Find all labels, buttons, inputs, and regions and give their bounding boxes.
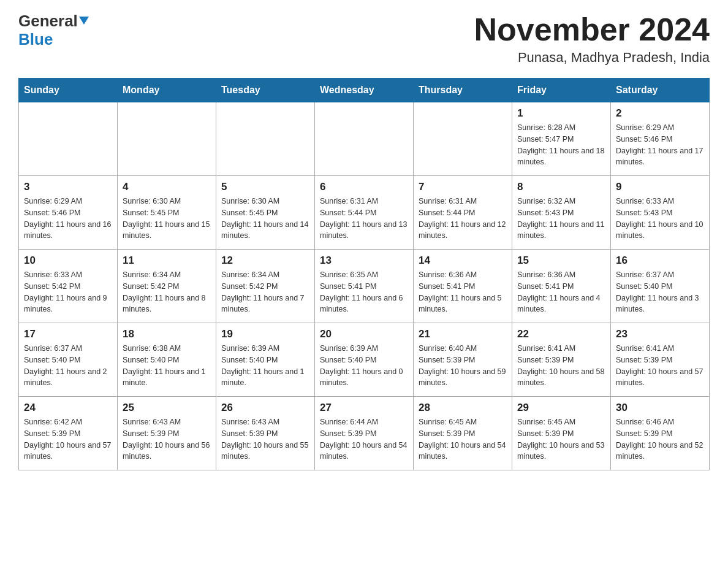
day-info: Sunrise: 6:43 AMSunset: 5:39 PMDaylight:… bbox=[221, 416, 309, 462]
day-info: Sunrise: 6:35 AMSunset: 5:41 PMDaylight:… bbox=[320, 269, 408, 315]
day-number: 4 bbox=[123, 181, 211, 193]
day-number: 19 bbox=[221, 328, 309, 340]
page-header: General Blue November 2024 Punasa, Madhy… bbox=[18, 12, 710, 66]
day-number: 9 bbox=[616, 181, 704, 193]
day-info: Sunrise: 6:42 AMSunset: 5:39 PMDaylight:… bbox=[24, 416, 112, 462]
day-number: 8 bbox=[517, 181, 605, 193]
day-number: 11 bbox=[123, 255, 211, 267]
calendar-cell bbox=[315, 102, 414, 176]
calendar-cell: 20Sunrise: 6:39 AMSunset: 5:40 PMDayligh… bbox=[315, 323, 414, 397]
day-info: Sunrise: 6:33 AMSunset: 5:43 PMDaylight:… bbox=[616, 196, 704, 242]
calendar-cell: 1Sunrise: 6:28 AMSunset: 5:47 PMDaylight… bbox=[512, 102, 611, 176]
day-info: Sunrise: 6:29 AMSunset: 5:46 PMDaylight:… bbox=[616, 122, 704, 168]
calendar-cell: 24Sunrise: 6:42 AMSunset: 5:39 PMDayligh… bbox=[19, 397, 118, 470]
day-info: Sunrise: 6:30 AMSunset: 5:45 PMDaylight:… bbox=[123, 196, 211, 242]
day-number: 12 bbox=[221, 255, 309, 267]
day-number: 1 bbox=[517, 107, 605, 120]
day-info: Sunrise: 6:30 AMSunset: 5:45 PMDaylight:… bbox=[221, 196, 309, 242]
week-row-4: 17Sunrise: 6:37 AMSunset: 5:40 PMDayligh… bbox=[19, 323, 710, 397]
calendar-cell: 23Sunrise: 6:41 AMSunset: 5:39 PMDayligh… bbox=[611, 323, 710, 397]
calendar-cell: 21Sunrise: 6:40 AMSunset: 5:39 PMDayligh… bbox=[414, 323, 512, 397]
weekday-header-tuesday: Tuesday bbox=[216, 79, 315, 102]
day-info: Sunrise: 6:31 AMSunset: 5:44 PMDaylight:… bbox=[320, 196, 408, 242]
calendar-cell: 9Sunrise: 6:33 AMSunset: 5:43 PMDaylight… bbox=[611, 176, 710, 250]
calendar-cell: 13Sunrise: 6:35 AMSunset: 5:41 PMDayligh… bbox=[315, 250, 414, 323]
logo: General Blue bbox=[18, 12, 89, 49]
day-number: 7 bbox=[419, 181, 507, 193]
day-number: 22 bbox=[517, 328, 605, 340]
day-number: 16 bbox=[616, 255, 704, 267]
calendar-cell: 26Sunrise: 6:43 AMSunset: 5:39 PMDayligh… bbox=[216, 397, 315, 470]
calendar-cell bbox=[19, 102, 118, 176]
calendar-cell: 30Sunrise: 6:46 AMSunset: 5:39 PMDayligh… bbox=[611, 397, 710, 470]
day-number: 5 bbox=[221, 181, 309, 193]
logo-blue-text: Blue bbox=[18, 31, 53, 49]
day-number: 21 bbox=[419, 328, 507, 340]
day-number: 26 bbox=[221, 402, 309, 414]
day-number: 10 bbox=[24, 255, 112, 267]
day-info: Sunrise: 6:34 AMSunset: 5:42 PMDaylight:… bbox=[221, 269, 309, 315]
day-number: 2 bbox=[616, 107, 704, 120]
calendar-cell: 17Sunrise: 6:37 AMSunset: 5:40 PMDayligh… bbox=[19, 323, 118, 397]
weekday-header-saturday: Saturday bbox=[611, 79, 710, 102]
day-number: 18 bbox=[123, 328, 211, 340]
day-info: Sunrise: 6:29 AMSunset: 5:46 PMDaylight:… bbox=[24, 196, 112, 242]
day-info: Sunrise: 6:43 AMSunset: 5:39 PMDaylight:… bbox=[123, 416, 211, 462]
calendar-cell: 2Sunrise: 6:29 AMSunset: 5:46 PMDaylight… bbox=[611, 102, 710, 176]
day-number: 17 bbox=[24, 328, 112, 340]
weekday-header-wednesday: Wednesday bbox=[315, 79, 414, 102]
calendar-cell: 7Sunrise: 6:31 AMSunset: 5:44 PMDaylight… bbox=[414, 176, 512, 250]
day-info: Sunrise: 6:31 AMSunset: 5:44 PMDaylight:… bbox=[419, 196, 507, 242]
calendar-cell: 14Sunrise: 6:36 AMSunset: 5:41 PMDayligh… bbox=[414, 250, 512, 323]
calendar-cell: 25Sunrise: 6:43 AMSunset: 5:39 PMDayligh… bbox=[118, 397, 216, 470]
day-number: 30 bbox=[616, 402, 704, 414]
week-row-2: 3Sunrise: 6:29 AMSunset: 5:46 PMDaylight… bbox=[19, 176, 710, 250]
day-number: 24 bbox=[24, 402, 112, 414]
day-info: Sunrise: 6:34 AMSunset: 5:42 PMDaylight:… bbox=[123, 269, 211, 315]
month-title: November 2024 bbox=[474, 12, 710, 47]
calendar-cell bbox=[216, 102, 315, 176]
day-info: Sunrise: 6:39 AMSunset: 5:40 PMDaylight:… bbox=[221, 343, 309, 389]
calendar-cell: 29Sunrise: 6:45 AMSunset: 5:39 PMDayligh… bbox=[512, 397, 611, 470]
location-title: Punasa, Madhya Pradesh, India bbox=[474, 50, 710, 66]
calendar-cell: 19Sunrise: 6:39 AMSunset: 5:40 PMDayligh… bbox=[216, 323, 315, 397]
calendar-cell: 28Sunrise: 6:45 AMSunset: 5:39 PMDayligh… bbox=[414, 397, 512, 470]
calendar-cell: 11Sunrise: 6:34 AMSunset: 5:42 PMDayligh… bbox=[118, 250, 216, 323]
day-info: Sunrise: 6:36 AMSunset: 5:41 PMDaylight:… bbox=[517, 269, 605, 315]
week-row-1: 1Sunrise: 6:28 AMSunset: 5:47 PMDaylight… bbox=[19, 102, 710, 176]
day-number: 3 bbox=[24, 181, 112, 193]
calendar-cell: 6Sunrise: 6:31 AMSunset: 5:44 PMDaylight… bbox=[315, 176, 414, 250]
day-number: 13 bbox=[320, 255, 408, 267]
calendar-cell: 10Sunrise: 6:33 AMSunset: 5:42 PMDayligh… bbox=[19, 250, 118, 323]
title-area: November 2024 Punasa, Madhya Pradesh, In… bbox=[474, 12, 710, 66]
day-number: 6 bbox=[320, 181, 408, 193]
day-number: 23 bbox=[616, 328, 704, 340]
day-info: Sunrise: 6:37 AMSunset: 5:40 PMDaylight:… bbox=[616, 269, 704, 315]
day-info: Sunrise: 6:38 AMSunset: 5:40 PMDaylight:… bbox=[123, 343, 211, 389]
calendar-cell: 3Sunrise: 6:29 AMSunset: 5:46 PMDaylight… bbox=[19, 176, 118, 250]
day-info: Sunrise: 6:40 AMSunset: 5:39 PMDaylight:… bbox=[419, 343, 507, 389]
logo-text: General bbox=[18, 12, 89, 31]
calendar-cell: 8Sunrise: 6:32 AMSunset: 5:43 PMDaylight… bbox=[512, 176, 611, 250]
logo-triangle-icon bbox=[79, 17, 89, 25]
day-number: 28 bbox=[419, 402, 507, 414]
day-info: Sunrise: 6:45 AMSunset: 5:39 PMDaylight:… bbox=[419, 416, 507, 462]
day-info: Sunrise: 6:44 AMSunset: 5:39 PMDaylight:… bbox=[320, 416, 408, 462]
weekday-header-sunday: Sunday bbox=[19, 79, 118, 102]
day-info: Sunrise: 6:41 AMSunset: 5:39 PMDaylight:… bbox=[517, 343, 605, 389]
day-info: Sunrise: 6:33 AMSunset: 5:42 PMDaylight:… bbox=[24, 269, 112, 315]
day-info: Sunrise: 6:36 AMSunset: 5:41 PMDaylight:… bbox=[419, 269, 507, 315]
day-info: Sunrise: 6:39 AMSunset: 5:40 PMDaylight:… bbox=[320, 343, 408, 389]
calendar-cell: 4Sunrise: 6:30 AMSunset: 5:45 PMDaylight… bbox=[118, 176, 216, 250]
day-info: Sunrise: 6:32 AMSunset: 5:43 PMDaylight:… bbox=[517, 196, 605, 242]
day-number: 29 bbox=[517, 402, 605, 414]
calendar-cell: 27Sunrise: 6:44 AMSunset: 5:39 PMDayligh… bbox=[315, 397, 414, 470]
calendar-cell: 22Sunrise: 6:41 AMSunset: 5:39 PMDayligh… bbox=[512, 323, 611, 397]
calendar-table: SundayMondayTuesdayWednesdayThursdayFrid… bbox=[18, 78, 710, 470]
calendar-cell: 18Sunrise: 6:38 AMSunset: 5:40 PMDayligh… bbox=[118, 323, 216, 397]
weekday-header-thursday: Thursday bbox=[414, 79, 512, 102]
day-info: Sunrise: 6:28 AMSunset: 5:47 PMDaylight:… bbox=[517, 122, 605, 168]
calendar-cell: 16Sunrise: 6:37 AMSunset: 5:40 PMDayligh… bbox=[611, 250, 710, 323]
week-row-5: 24Sunrise: 6:42 AMSunset: 5:39 PMDayligh… bbox=[19, 397, 710, 470]
day-number: 25 bbox=[123, 402, 211, 414]
